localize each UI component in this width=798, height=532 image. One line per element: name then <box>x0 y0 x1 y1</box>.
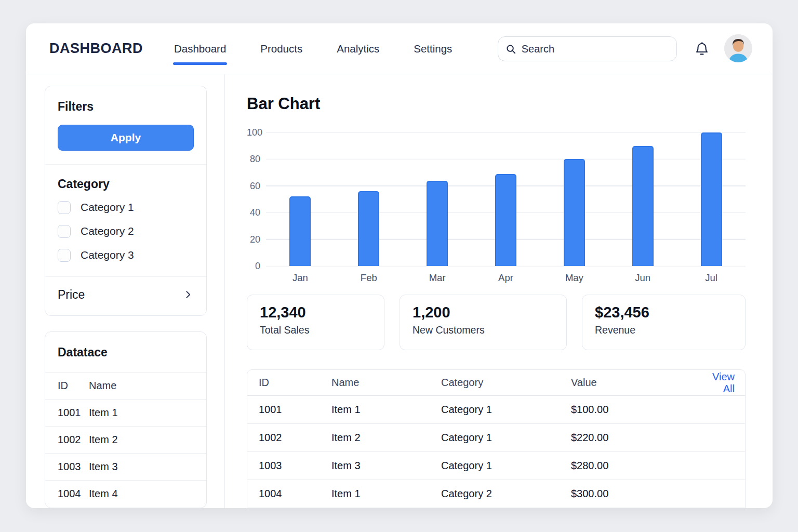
bar-apr <box>495 174 516 266</box>
mini-table-row: 1002Item 2 <box>45 426 206 453</box>
stats-row: 12,340Total Sales1,200New Customers$23,4… <box>247 295 746 350</box>
price-expander[interactable]: Price <box>45 283 206 306</box>
bar-jan <box>289 196 311 266</box>
chart-column-apr: Apr <box>472 132 540 266</box>
nav-tab-analytics[interactable]: Analytics <box>336 39 380 58</box>
bar-may <box>564 159 585 266</box>
sidebar-data-card: Datatace IDName1001Item 11002Item 21003I… <box>45 331 207 508</box>
bar-feb <box>358 191 379 266</box>
table-cell: Category 1 <box>441 460 571 472</box>
table-cell: Item 3 <box>331 460 441 472</box>
checkbox-label: Category 3 <box>81 249 134 261</box>
mini-table-header-row: IDName <box>45 372 206 399</box>
data-table: IDNameCategoryValueView All 1001Item 1Ca… <box>247 369 746 508</box>
y-axis-labels: 020406080100 <box>247 132 260 266</box>
mini-table-row: 1003Item 3 <box>45 453 206 480</box>
stat-label: Total Sales <box>260 324 371 336</box>
table-cell: 1004 <box>259 488 331 500</box>
bell-icon <box>694 42 710 57</box>
main-content: Bar Chart 020406080100 JanFebMarAprMayJu… <box>225 74 773 508</box>
search-input[interactable] <box>522 43 669 55</box>
category-title: Category <box>58 177 194 191</box>
mini-table-row: 1004Item 4 <box>45 480 206 507</box>
mini-cell: 1002 <box>58 434 89 446</box>
chart-plot-area: JanFebMarAprMayJunJul <box>266 132 746 266</box>
nav-tab-settings[interactable]: Settings <box>413 39 453 58</box>
mini-table-row: 1001Item 1 <box>45 399 206 426</box>
table-row: 1004Item 1Category 2$300.00 <box>247 480 745 508</box>
table-cell: $300.00 <box>571 488 712 500</box>
mini-cell: 1004 <box>58 488 89 500</box>
chevron-right-icon <box>182 289 194 300</box>
table-cell: $280.00 <box>571 460 712 472</box>
search-icon <box>506 43 516 55</box>
page-title: Bar Chart <box>247 95 320 113</box>
checkbox-category-1[interactable] <box>58 201 71 214</box>
chart-column-feb: Feb <box>335 132 403 266</box>
mini-cell: Item 3 <box>89 461 118 473</box>
table-cell: $220.00 <box>571 432 712 444</box>
stat-label: New Customers <box>413 324 554 336</box>
table-cell: Category 1 <box>441 432 571 444</box>
mini-cell: Item 1 <box>89 407 118 419</box>
table-cell: Item 1 <box>331 404 441 416</box>
avatar-photo <box>724 34 752 62</box>
notifications-button[interactable] <box>694 41 712 58</box>
price-label: Price <box>58 288 85 302</box>
mini-cell: 1001 <box>58 407 89 419</box>
stat-card-revenue: $23,456Revenue <box>582 295 746 350</box>
filter-option-category-1: Category 1 <box>58 201 194 214</box>
table-cell: 1002 <box>259 432 331 444</box>
mini-col-name: Name <box>89 380 116 392</box>
app-logo: DASHBOARD <box>49 41 143 57</box>
x-axis-label-jan: Jan <box>266 272 335 284</box>
table-cell: 1003 <box>259 460 331 472</box>
stat-label: Revenue <box>595 324 733 336</box>
table-col-id: ID <box>259 377 331 389</box>
checkbox-category-3[interactable] <box>58 249 71 262</box>
bar-jun <box>632 146 654 266</box>
x-axis-label-jun: Jun <box>608 272 677 284</box>
apply-button[interactable]: Apply <box>58 125 194 151</box>
checkbox-label: Category 2 <box>81 225 134 237</box>
table-row: 1002Item 2Category 1$220.00 <box>247 423 745 451</box>
table-cell: Item 1 <box>331 488 441 500</box>
nav-tab-dashboard[interactable]: Dashboard <box>173 39 227 58</box>
table-cell: Category 2 <box>441 488 571 500</box>
chart-bars: JanFebMarAprMayJunJul <box>266 132 746 266</box>
mini-cell: Item 2 <box>89 434 118 446</box>
bar-mar <box>427 181 448 266</box>
user-avatar[interactable] <box>724 34 752 62</box>
x-axis-label-feb: Feb <box>335 272 403 284</box>
filters-title: Filters <box>58 100 194 114</box>
view-all-link[interactable]: View All <box>712 371 746 395</box>
stat-value: 1,200 <box>413 304 554 321</box>
table-cell: $100.00 <box>571 404 712 416</box>
x-axis-label-jul: Jul <box>677 272 746 284</box>
table-cell: 1001 <box>259 404 331 416</box>
category-options: Category 1Category 2Category 3 <box>58 201 194 262</box>
nav-tab-products[interactable]: Products <box>259 39 303 58</box>
table-header-row: IDNameCategoryValueView All <box>247 370 745 395</box>
table-col-name: Name <box>331 377 441 389</box>
bar-jul <box>701 132 722 266</box>
sidebar-table-title: Datatace <box>58 345 194 360</box>
mini-col-id: ID <box>58 380 89 392</box>
chart-column-jul: Jul <box>677 132 746 266</box>
x-axis-label-mar: Mar <box>403 272 472 284</box>
table-body: 1001Item 1Category 1$100.001002Item 2Cat… <box>247 395 745 508</box>
stat-value: 12,340 <box>260 304 371 321</box>
search-box[interactable] <box>498 36 677 61</box>
stat-card-new-customers: 1,200New Customers <box>400 295 567 350</box>
table-row: 1001Item 1Category 1$100.00 <box>247 395 745 423</box>
checkbox-category-2[interactable] <box>58 225 71 238</box>
table-row: 1003Item 3Category 1$280.00 <box>247 451 745 480</box>
checkbox-label: Category 1 <box>81 201 134 214</box>
table-col-value: Value <box>571 377 712 389</box>
mini-cell: 1003 <box>58 461 89 473</box>
filter-option-category-2: Category 2 <box>58 224 194 238</box>
app-window: DASHBOARD DashboardProductsAnalyticsSett… <box>26 23 773 508</box>
x-axis-label-apr: Apr <box>472 272 540 284</box>
mini-cell: Item 4 <box>89 488 118 500</box>
bar-chart: 020406080100 JanFebMarAprMayJunJul <box>247 132 746 266</box>
